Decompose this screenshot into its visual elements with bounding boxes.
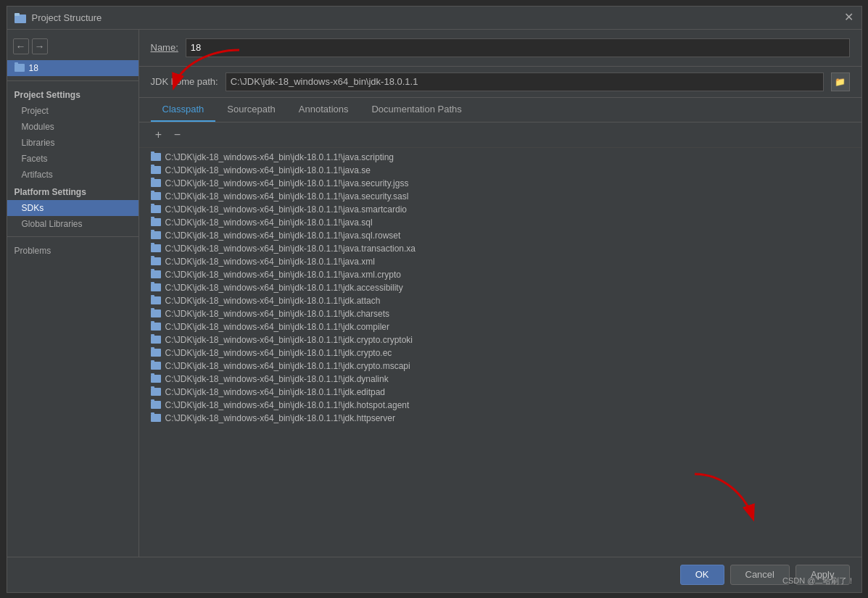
classpath-item-label: C:\JDK\jdk-18_windows-x64_bin\jdk-18.0.1… <box>165 165 371 175</box>
sdks-label: SDKs <box>22 203 44 213</box>
classpath-folder-icon <box>151 375 161 383</box>
back-button[interactable]: ← <box>13 38 29 54</box>
tab-annotations[interactable]: Annotations <box>287 98 360 122</box>
sdk-item-18[interactable]: 18 <box>7 60 139 76</box>
name-field-label: Name: <box>151 42 178 53</box>
sidebar: ← → 18 Project Settings Project Modules … <box>7 30 139 557</box>
sidebar-item-libraries[interactable]: Libraries <box>7 135 139 151</box>
jdk-path-row: JDK home path: 📁 <box>139 67 861 98</box>
global-libraries-label: Global Libraries <box>22 219 83 229</box>
tab-sourcepath[interactable]: Sourcepath <box>215 98 287 122</box>
classpath-folder-icon <box>151 192 161 200</box>
classpath-item[interactable]: C:\JDK\jdk-18_windows-x64_bin\jdk-18.0.1… <box>139 412 861 425</box>
classpath-item[interactable]: C:\JDK\jdk-18_windows-x64_bin\jdk-18.0.1… <box>139 255 861 268</box>
classpath-item-label: C:\JDK\jdk-18_windows-x64_bin\jdk-18.0.1… <box>165 270 401 280</box>
sidebar-item-modules[interactable]: Modules <box>7 119 139 135</box>
classpath-folder-icon <box>151 414 161 422</box>
classpath-item-label: C:\JDK\jdk-18_windows-x64_bin\jdk-18.0.1… <box>165 413 395 423</box>
classpath-item[interactable]: C:\JDK\jdk-18_windows-x64_bin\jdk-18.0.1… <box>139 333 861 346</box>
jdk-path-label: JDK home path: <box>151 76 218 87</box>
classpath-item[interactable]: C:\JDK\jdk-18_windows-x64_bin\jdk-18.0.1… <box>139 373 861 386</box>
classpath-item[interactable]: C:\JDK\jdk-18_windows-x64_bin\jdk-18.0.1… <box>139 164 861 177</box>
close-icon[interactable]: ✕ <box>844 12 854 22</box>
classpath-item-label: C:\JDK\jdk-18_windows-x64_bin\jdk-18.0.1… <box>165 335 413 345</box>
classpath-item[interactable]: C:\JDK\jdk-18_windows-x64_bin\jdk-18.0.1… <box>139 294 861 307</box>
classpath-item[interactable]: C:\JDK\jdk-18_windows-x64_bin\jdk-18.0.1… <box>139 177 861 190</box>
classpath-folder-icon <box>151 401 161 409</box>
classpath-folder-icon <box>151 296 161 304</box>
jdk-path-input[interactable] <box>226 72 824 91</box>
classpath-folder-icon <box>151 257 161 265</box>
modules-label: Modules <box>22 122 54 132</box>
classpath-item-label: C:\JDK\jdk-18_windows-x64_bin\jdk-18.0.1… <box>165 191 409 202</box>
classpath-item-label: C:\JDK\jdk-18_windows-x64_bin\jdk-18.0.1… <box>165 374 389 384</box>
tabs-row: Classpath Sourcepath Annotations Documen… <box>139 98 861 122</box>
sidebar-item-problems[interactable]: Problems <box>7 241 139 260</box>
classpath-item[interactable]: C:\JDK\jdk-18_windows-x64_bin\jdk-18.0.1… <box>139 190 861 203</box>
divider-1 <box>7 80 139 81</box>
classpath-item[interactable]: C:\JDK\jdk-18_windows-x64_bin\jdk-18.0.1… <box>139 360 861 373</box>
sidebar-item-artifacts[interactable]: Artifacts <box>7 167 139 183</box>
classpath-item-label: C:\JDK\jdk-18_windows-x64_bin\jdk-18.0.1… <box>165 361 410 371</box>
sidebar-nav: ← → <box>7 36 139 60</box>
main-content: ← → 18 Project Settings Project Modules … <box>7 30 861 557</box>
classpath-item[interactable]: C:\JDK\jdk-18_windows-x64_bin\jdk-18.0.1… <box>139 399 861 412</box>
ok-button[interactable]: OK <box>680 565 724 585</box>
project-label: Project <box>22 106 49 116</box>
classpath-folder-icon <box>151 283 161 291</box>
add-classpath-button[interactable]: + <box>151 127 167 143</box>
cancel-button[interactable]: Cancel <box>730 565 790 585</box>
problems-label: Problems <box>15 246 51 256</box>
classpath-item-label: C:\JDK\jdk-18_windows-x64_bin\jdk-18.0.1… <box>165 309 389 319</box>
name-row: Name: <box>139 30 861 67</box>
title-bar: Project Structure ✕ <box>7 7 861 30</box>
apply-button[interactable]: Apply <box>795 565 850 585</box>
classpath-item[interactable]: C:\JDK\jdk-18_windows-x64_bin\jdk-18.0.1… <box>139 307 861 320</box>
classpath-folder-icon <box>151 218 161 226</box>
divider-2 <box>7 236 139 237</box>
classpath-item-label: C:\JDK\jdk-18_windows-x64_bin\jdk-18.0.1… <box>165 178 409 188</box>
folder-icon <box>15 64 25 72</box>
sidebar-item-facets[interactable]: Facets <box>7 151 139 167</box>
classpath-item-label: C:\JDK\jdk-18_windows-x64_bin\jdk-18.0.1… <box>165 322 389 332</box>
libraries-label: Libraries <box>22 138 55 148</box>
classpath-item[interactable]: C:\JDK\jdk-18_windows-x64_bin\jdk-18.0.1… <box>139 203 861 216</box>
classpath-item[interactable]: C:\JDK\jdk-18_windows-x64_bin\jdk-18.0.1… <box>139 216 861 229</box>
bottom-bar: OK Cancel Apply <box>7 557 861 592</box>
classpath-item-label: C:\JDK\jdk-18_windows-x64_bin\jdk-18.0.1… <box>165 244 416 254</box>
classpath-item-label: C:\JDK\jdk-18_windows-x64_bin\jdk-18.0.1… <box>165 283 403 293</box>
tab-documentation-paths[interactable]: Documentation Paths <box>360 98 473 122</box>
classpath-folder-icon <box>151 179 161 187</box>
classpath-item-label: C:\JDK\jdk-18_windows-x64_bin\jdk-18.0.1… <box>165 348 392 358</box>
classpath-folder-icon <box>151 153 161 161</box>
classpath-item[interactable]: C:\JDK\jdk-18_windows-x64_bin\jdk-18.0.1… <box>139 268 861 281</box>
classpath-item[interactable]: C:\JDK\jdk-18_windows-x64_bin\jdk-18.0.1… <box>139 281 861 294</box>
remove-classpath-button[interactable]: − <box>170 127 186 143</box>
project-settings-label: Project Settings <box>7 86 139 103</box>
classpath-folder-icon <box>151 270 161 278</box>
browse-button[interactable]: 📁 <box>831 72 850 91</box>
project-structure-dialog: Project Structure ✕ ← → 18 Project Setti… <box>7 6 862 593</box>
classpath-folder-icon <box>151 349 161 357</box>
classpath-item[interactable]: C:\JDK\jdk-18_windows-x64_bin\jdk-18.0.1… <box>139 346 861 360</box>
classpath-item-label: C:\JDK\jdk-18_windows-x64_bin\jdk-18.0.1… <box>165 257 375 267</box>
forward-button[interactable]: → <box>32 38 48 54</box>
tab-classpath[interactable]: Classpath <box>151 98 216 122</box>
sidebar-item-global-libraries[interactable]: Global Libraries <box>7 216 139 232</box>
classpath-item[interactable]: C:\JDK\jdk-18_windows-x64_bin\jdk-18.0.1… <box>139 242 861 255</box>
classpath-list[interactable]: C:\JDK\jdk-18_windows-x64_bin\jdk-18.0.1… <box>139 148 861 557</box>
classpath-folder-icon <box>151 388 161 396</box>
sidebar-item-sdks[interactable]: SDKs <box>7 200 139 216</box>
classpath-folder-icon <box>151 323 161 331</box>
classpath-item-label: C:\JDK\jdk-18_windows-x64_bin\jdk-18.0.1… <box>165 400 410 410</box>
sidebar-item-project[interactable]: Project <box>7 103 139 119</box>
facets-label: Facets <box>22 154 48 164</box>
classpath-item-label: C:\JDK\jdk-18_windows-x64_bin\jdk-18.0.1… <box>165 296 381 306</box>
classpath-folder-icon <box>151 362 161 370</box>
name-input[interactable] <box>186 38 850 57</box>
classpath-folder-icon <box>151 244 161 252</box>
classpath-item[interactable]: C:\JDK\jdk-18_windows-x64_bin\jdk-18.0.1… <box>139 151 861 164</box>
classpath-item[interactable]: C:\JDK\jdk-18_windows-x64_bin\jdk-18.0.1… <box>139 320 861 333</box>
classpath-item[interactable]: C:\JDK\jdk-18_windows-x64_bin\jdk-18.0.1… <box>139 229 861 242</box>
classpath-item[interactable]: C:\JDK\jdk-18_windows-x64_bin\jdk-18.0.1… <box>139 386 861 399</box>
